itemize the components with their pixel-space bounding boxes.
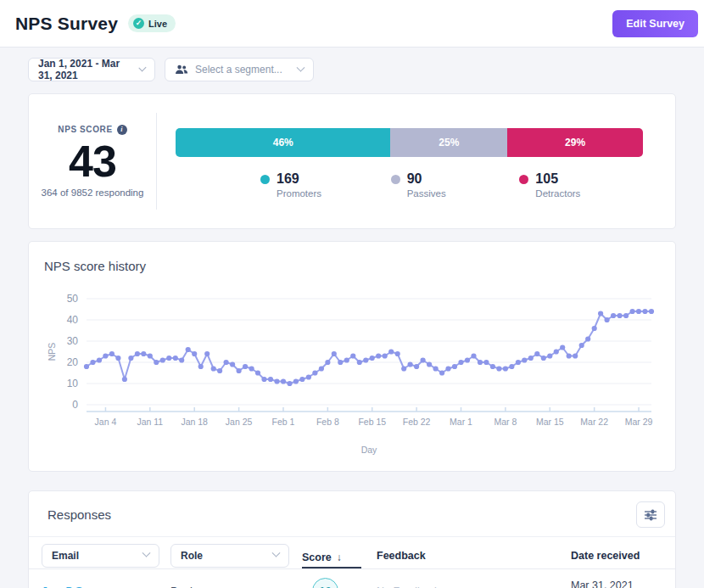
column-header-date: Date received: [571, 550, 653, 562]
legend-count: 105: [535, 171, 580, 187]
legend-count: 90: [407, 171, 446, 187]
responses-header-row: Email Role Score ↓ Feedback Date receive…: [29, 537, 675, 569]
chevron-down-icon: [272, 549, 281, 557]
svg-text:40: 40: [67, 314, 79, 326]
chevron-down-icon: [139, 64, 147, 71]
svg-text:Jan 11: Jan 11: [137, 417, 163, 427]
respondent-role: Designer: [170, 585, 302, 588]
svg-text:Feb 1: Feb 1: [272, 417, 295, 427]
respondent-email-link[interactable]: JaneD@appcues.com: [42, 585, 170, 588]
svg-text:Mar 29: Mar 29: [625, 417, 653, 427]
legend-item-passives: 90Passives: [332, 171, 488, 199]
filter-bar: Jan 1, 2021 - Mar 31, 2021 Select a segm…: [28, 58, 675, 81]
history-title: NPS score history: [44, 259, 660, 273]
bar-segment-promoters: 46%: [176, 128, 390, 157]
table-settings-button[interactable]: [636, 501, 665, 528]
legend-label: Detractors: [535, 188, 580, 199]
svg-text:Day: Day: [361, 445, 377, 455]
role-filter-label: Role: [181, 550, 203, 562]
svg-text:NPS: NPS: [47, 343, 57, 361]
legend-dot-icon: [391, 175, 400, 184]
score-badge: 10: [312, 578, 338, 588]
sort-desc-icon: ↓: [337, 552, 342, 563]
nps-history-chart: 01020304050Jan 4Jan 11Jan 18Jan 25Feb 1F…: [44, 287, 660, 460]
status-badge: ✓ Live: [128, 14, 176, 32]
svg-text:Mar 22: Mar 22: [580, 417, 608, 427]
legend-count: 169: [277, 171, 321, 187]
page-title: NPS Survey: [15, 14, 118, 34]
column-header-feedback: Feedback: [377, 550, 571, 562]
legend-dot-icon: [260, 175, 270, 184]
responding-count: 364 of 9852 responding: [42, 188, 144, 198]
bar-segment-passives: 25%: [390, 128, 507, 157]
column-header-score[interactable]: Score ↓: [302, 542, 361, 568]
check-circle-icon: ✓: [133, 18, 144, 29]
users-icon: [175, 64, 188, 75]
role-filter-select[interactable]: Role: [170, 544, 289, 568]
nps-legend: 169Promoters90Passives105Detractors: [176, 171, 643, 199]
chevron-down-icon: [297, 63, 305, 71]
nps-score-card: NPS SCORE i 43 364 of 9852 responding 46…: [28, 93, 676, 229]
chevron-down-icon: [142, 549, 151, 557]
svg-text:50: 50: [67, 293, 79, 305]
svg-text:Mar 1: Mar 1: [450, 417, 472, 427]
svg-text:Jan 4: Jan 4: [95, 417, 117, 427]
segment-select[interactable]: Select a segment...: [165, 58, 314, 81]
responses-card: Responses Email Role Score ↓ Feedback Da: [28, 490, 676, 588]
nps-distribution-bar: 46%25%29%: [176, 128, 643, 157]
edit-survey-button[interactable]: Edit Survey: [612, 10, 698, 37]
table-row: JaneD@appcues.com Designer 10 No Feedbac…: [29, 569, 675, 588]
svg-text:Jan 18: Jan 18: [181, 417, 208, 427]
legend-label: Promoters: [277, 188, 321, 199]
top-bar: NPS Survey ✓ Live Edit Survey: [0, 0, 704, 48]
bar-segment-detractors: 29%: [507, 128, 643, 157]
info-icon[interactable]: i: [117, 125, 127, 135]
email-filter-label: Email: [52, 550, 79, 562]
legend-dot-icon: [519, 175, 528, 184]
legend-item-promoters: 169Promoters: [176, 171, 332, 199]
responses-title: Responses: [47, 507, 111, 522]
svg-text:10: 10: [67, 378, 79, 389]
svg-text:Feb 8: Feb 8: [316, 417, 339, 427]
status-badge-label: Live: [148, 19, 167, 29]
nps-score-value: 43: [69, 138, 116, 185]
sliders-icon: [644, 509, 657, 521]
svg-text:0: 0: [72, 399, 78, 411]
date-range-value: Jan 1, 2021 - Mar 31, 2021: [38, 58, 133, 81]
line-chart: 01020304050Jan 4Jan 11Jan 18Jan 25Feb 1F…: [44, 287, 658, 456]
svg-text:20: 20: [67, 356, 79, 368]
date-range-select[interactable]: Jan 1, 2021 - Mar 31, 2021: [28, 58, 155, 81]
segment-placeholder: Select a segment...: [195, 64, 282, 76]
svg-text:Mar 8: Mar 8: [494, 417, 517, 427]
svg-text:30: 30: [67, 335, 79, 347]
respondent-feedback: No Feedback: [377, 585, 571, 588]
legend-label: Passives: [407, 188, 446, 199]
svg-text:Jan 25: Jan 25: [226, 417, 253, 427]
svg-text:Mar 15: Mar 15: [536, 417, 564, 427]
svg-text:Feb 22: Feb 22: [403, 417, 431, 427]
svg-text:Feb 15: Feb 15: [358, 417, 386, 427]
legend-item-detractors: 105Detractors: [487, 171, 643, 199]
email-filter-select[interactable]: Email: [42, 544, 159, 568]
nps-score-label: NPS SCORE: [58, 125, 112, 134]
respondent-date: Mar 31, 2021 02:59 AM: [571, 580, 653, 588]
nps-history-card: NPS score history 01020304050Jan 4Jan 11…: [28, 241, 676, 472]
